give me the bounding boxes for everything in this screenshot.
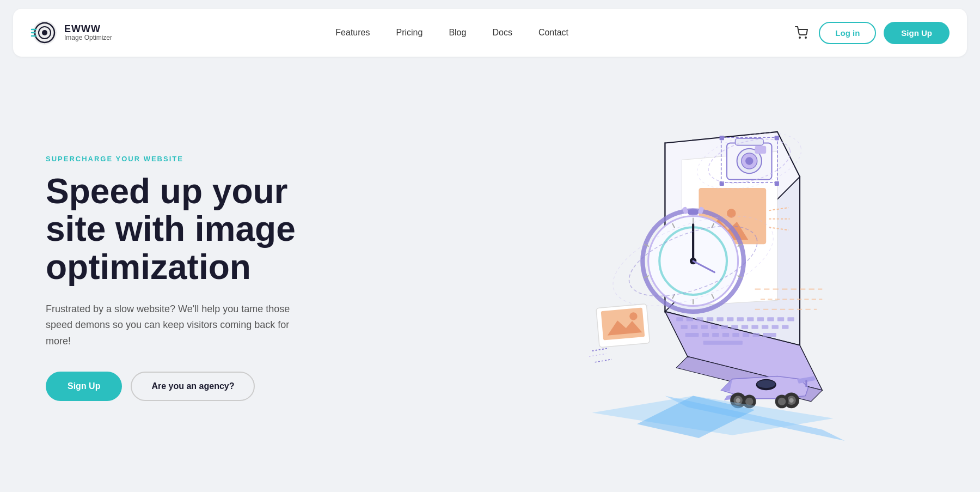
nav-signup-button[interactable]: Sign Up [884, 22, 950, 44]
hero-description: Frustrated by a slow website? We'll help… [46, 301, 296, 350]
svg-rect-22 [757, 317, 764, 321]
svg-point-47 [757, 380, 775, 388]
svg-rect-29 [711, 325, 718, 329]
svg-point-8 [805, 37, 806, 38]
logo-text: EWWW Image Optimizer [64, 24, 112, 42]
svg-rect-87 [720, 136, 724, 140]
svg-rect-26 [681, 325, 687, 329]
nav-blog[interactable]: Blog [449, 28, 466, 38]
logo-link[interactable]: EWWW Image Optimizer [30, 19, 112, 47]
svg-point-58 [778, 398, 786, 405]
nav-contact[interactable]: Contact [538, 28, 568, 38]
svg-rect-94 [601, 308, 645, 341]
svg-point-83 [745, 157, 753, 165]
svg-rect-35 [772, 325, 779, 329]
svg-point-7 [799, 37, 800, 38]
svg-rect-28 [701, 325, 708, 329]
agency-button[interactable]: Are you an agency? [131, 372, 255, 401]
nav-docs[interactable]: Docs [492, 28, 512, 38]
hero-section: SUPERCHARGE YOUR WEBSITE Speed up your s… [13, 65, 967, 490]
svg-rect-37 [685, 333, 699, 337]
svg-rect-20 [737, 317, 744, 321]
svg-rect-19 [727, 317, 733, 321]
hero-illustration [329, 98, 945, 458]
hero-eyebrow: SUPERCHARGE YOUR WEBSITE [46, 155, 329, 163]
hero-signup-button[interactable]: Sign Up [46, 372, 122, 401]
svg-rect-41 [732, 333, 739, 337]
nav-features[interactable]: Features [335, 28, 370, 38]
svg-rect-18 [716, 317, 723, 321]
cart-icon[interactable] [792, 23, 811, 42]
svg-rect-65 [688, 209, 699, 215]
svg-rect-21 [747, 317, 754, 321]
svg-rect-44 [763, 333, 776, 337]
hero-content: SUPERCHARGE YOUR WEBSITE Speed up your s… [46, 155, 329, 400]
svg-rect-45 [703, 341, 743, 345]
svg-rect-34 [762, 325, 768, 329]
svg-rect-33 [751, 325, 758, 329]
svg-point-51 [736, 398, 740, 403]
nav-links: Features Pricing Blog Docs Contact [335, 28, 568, 38]
svg-rect-42 [743, 333, 749, 337]
illustration-svg [392, 98, 882, 458]
svg-rect-17 [707, 317, 713, 321]
svg-rect-36 [782, 325, 788, 329]
svg-point-54 [789, 398, 793, 403]
svg-point-3 [42, 30, 47, 35]
svg-rect-38 [702, 333, 709, 337]
svg-rect-27 [691, 325, 697, 329]
svg-rect-90 [775, 181, 779, 186]
small-image-card [589, 304, 650, 362]
svg-rect-24 [777, 317, 784, 321]
navbar: EWWW Image Optimizer Features Pricing Bl… [13, 9, 967, 57]
login-button[interactable]: Log in [819, 22, 876, 44]
svg-rect-40 [722, 333, 729, 337]
nav-pricing[interactable]: Pricing [396, 28, 422, 38]
hero-buttons: Sign Up Are you an agency? [46, 372, 329, 401]
svg-rect-85 [755, 146, 767, 154]
svg-rect-88 [775, 136, 779, 140]
svg-rect-30 [721, 325, 728, 329]
svg-line-96 [592, 348, 609, 351]
svg-rect-23 [767, 317, 774, 321]
nav-actions: Log in Sign Up [792, 22, 950, 44]
svg-rect-16 [696, 317, 703, 321]
svg-line-98 [595, 360, 612, 362]
svg-rect-25 [787, 317, 794, 321]
svg-rect-32 [742, 325, 748, 329]
svg-point-56 [745, 398, 753, 405]
svg-rect-43 [752, 333, 759, 337]
svg-rect-39 [712, 333, 719, 337]
logo-subtitle: Image Optimizer [64, 34, 112, 41]
svg-rect-31 [731, 325, 738, 329]
svg-rect-84 [735, 138, 763, 145]
svg-rect-48 [805, 380, 807, 387]
logo-title: EWWW [64, 24, 112, 35]
svg-line-97 [589, 354, 606, 356]
svg-rect-14 [676, 317, 683, 321]
hero-title: Speed up your site with image optimizati… [46, 173, 329, 286]
svg-rect-15 [687, 317, 693, 321]
logo-icon [30, 19, 59, 47]
